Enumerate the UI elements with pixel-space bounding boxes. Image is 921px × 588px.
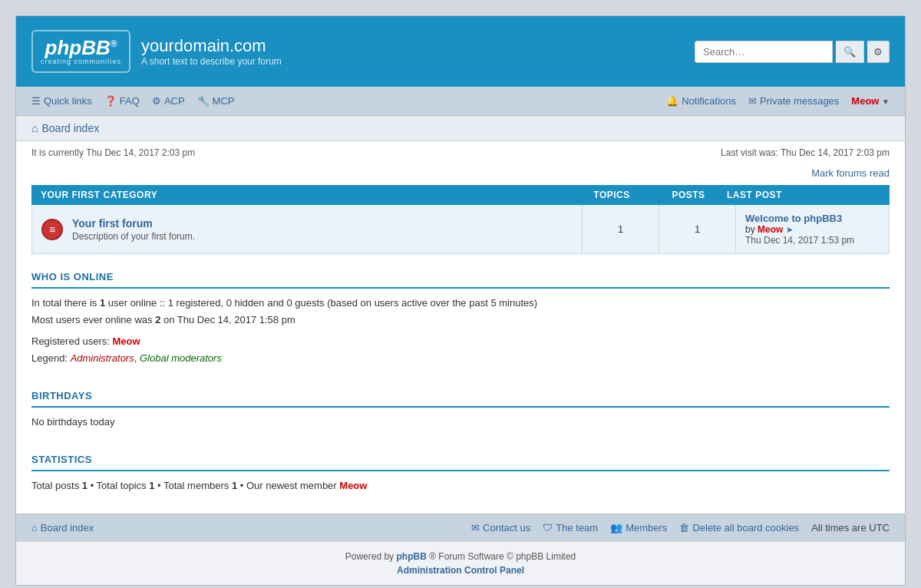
private-messages-link[interactable]: ✉ Private messages bbox=[748, 95, 839, 107]
col-posts: POSTS bbox=[650, 190, 727, 200]
quick-links-label: Quick links bbox=[44, 95, 92, 107]
max-online-suffix: on Thu Dec 14, 2017 1:58 pm bbox=[163, 314, 295, 325]
col-last-post: LAST POST bbox=[727, 190, 880, 200]
members-label: Members bbox=[626, 522, 667, 533]
delete-cookies-label: Delete all board cookies bbox=[692, 522, 799, 533]
acp-label: ACP bbox=[164, 95, 185, 107]
forum-section: YOUR FIRST CATEGORY TOPICS POSTS LAST PO… bbox=[31, 185, 890, 254]
registered-users-line: Registered users: Meow bbox=[31, 333, 890, 350]
forum-row: ≡ Your first forum Description of your f… bbox=[31, 205, 890, 254]
logo-box[interactable]: phpBB® creating communities bbox=[31, 30, 130, 73]
the-team-label: The team bbox=[556, 522, 598, 533]
forum-details: Your first forum Description of your fir… bbox=[72, 217, 195, 242]
home-icon: ⌂ bbox=[31, 122, 38, 134]
the-team-link[interactable]: 🛡 The team bbox=[543, 522, 598, 533]
delete-cookies-link[interactable]: 🗑 Delete all board cookies bbox=[679, 522, 799, 533]
bell-icon: 🔔 bbox=[666, 95, 678, 107]
navbar: ☰ Quick links ❓ FAQ ⚙ ACP 🔧 MCP 🔔 Notifi… bbox=[16, 87, 905, 116]
footer-board-index-label: Board index bbox=[41, 522, 94, 533]
search-input[interactable] bbox=[695, 41, 833, 63]
footer-board-index: ⌂ Board index bbox=[31, 522, 94, 533]
legend-label: Legend: bbox=[31, 352, 68, 364]
site-header: phpBB® creating communities yourdomain.c… bbox=[16, 16, 905, 87]
forum-last-post: Welcome to phpBB3 by Meow ➤ Thu Dec 14, … bbox=[735, 205, 889, 253]
admin-panel-line: Administration Control Panel bbox=[31, 565, 890, 576]
faq-label: FAQ bbox=[120, 95, 140, 107]
registered-label: Registered users: bbox=[31, 335, 110, 347]
site-tagline: A short text to describe your forum bbox=[141, 56, 282, 67]
timezone-label: All times are bbox=[811, 522, 867, 533]
breadcrumb-board-index[interactable]: ⌂ Board index bbox=[31, 122, 890, 134]
timezone-text: All times are UTC bbox=[811, 522, 890, 533]
site-title-area: yourdomain.com A short text to describe … bbox=[141, 36, 282, 67]
members-link[interactable]: 👥 Members bbox=[610, 522, 667, 533]
forum-description: Description of your first forum. bbox=[72, 231, 195, 242]
envelope-icon: ✉ bbox=[748, 95, 757, 107]
mcp-icon: 🔧 bbox=[197, 95, 210, 107]
total-topics-label: Total topics bbox=[97, 480, 147, 491]
birthdays-section: BIRTHDAYS No birthdays today bbox=[31, 385, 890, 437]
breadcrumb-label: Board index bbox=[41, 122, 99, 134]
statistics-section: STATISTICS Total posts 1 • Total topics … bbox=[31, 449, 890, 500]
category-name: YOUR FIRST CATEGORY bbox=[41, 190, 573, 200]
mark-forums-read-link[interactable]: Mark forums read bbox=[811, 167, 890, 179]
private-messages-label: Private messages bbox=[760, 95, 839, 107]
last-post-author-line: by Meow ➤ bbox=[745, 224, 793, 235]
notifications-link[interactable]: 🔔 Notifications bbox=[666, 95, 736, 107]
statistics-content: Total posts 1 • Total topics 1 • Total m… bbox=[31, 471, 890, 500]
faq-link[interactable]: ❓ FAQ bbox=[104, 95, 140, 107]
contact-us-link[interactable]: ✉ Contact us bbox=[471, 522, 530, 533]
logo-text: phpBB® bbox=[45, 38, 117, 58]
logo-area: phpBB® creating communities yourdomain.c… bbox=[31, 30, 282, 73]
online-line2: Most users ever online was 2 on Thu Dec … bbox=[31, 312, 890, 329]
phpbb-link[interactable]: phpBB bbox=[396, 551, 426, 562]
footer-home-icon: ⌂ bbox=[31, 522, 38, 533]
admin-panel-link[interactable]: Administration Control Panel bbox=[397, 565, 524, 576]
category-header: YOUR FIRST CATEGORY TOPICS POSTS LAST PO… bbox=[31, 185, 890, 205]
shield-icon: 🛡 bbox=[543, 522, 553, 533]
last-post-title-link[interactable]: Welcome to phpBB3 bbox=[745, 213, 842, 224]
birthdays-header: BIRTHDAYS bbox=[31, 385, 890, 408]
forum-posts-count: 1 bbox=[659, 205, 735, 253]
search-button[interactable]: 🔍 bbox=[836, 41, 864, 63]
phpbb-rest: ® Forum Software © phpBB Limited bbox=[429, 551, 576, 562]
newest-member-link[interactable]: Meow bbox=[339, 480, 367, 491]
who-is-online-title: WHO IS ONLINE bbox=[31, 271, 114, 282]
notifications-label: Notifications bbox=[682, 95, 736, 107]
total-members-val: 1 bbox=[232, 480, 237, 491]
registered-user-link[interactable]: Meow bbox=[113, 335, 140, 347]
search-advanced-button[interactable]: ⚙ bbox=[867, 41, 890, 63]
footer-nav: ⌂ Board index ✉ Contact us 🛡 The team 👥 … bbox=[16, 514, 905, 541]
by-label: by bbox=[745, 224, 755, 235]
legend-admins: Administrators bbox=[71, 352, 134, 364]
contact-us-label: Contact us bbox=[483, 522, 530, 533]
legend-mods: Global moderators bbox=[140, 352, 222, 364]
total-posts-label: Total posts bbox=[31, 480, 79, 491]
mcp-label: MCP bbox=[213, 95, 235, 107]
last-post-user-link[interactable]: Meow bbox=[758, 224, 783, 235]
mcp-link[interactable]: 🔧 MCP bbox=[197, 95, 235, 107]
legend-line: Legend: Administrators, Global moderator… bbox=[31, 350, 890, 367]
breadcrumb-bar: ⌂ Board index bbox=[16, 116, 905, 141]
user-menu-button[interactable]: Meow ▼ bbox=[851, 95, 890, 107]
forum-title-link[interactable]: Your first forum bbox=[72, 217, 195, 230]
view-post-icon[interactable]: ➤ bbox=[786, 225, 793, 234]
who-is-online-header: WHO IS ONLINE bbox=[31, 266, 890, 289]
faq-icon: ❓ bbox=[104, 95, 117, 107]
footer-board-index-link[interactable]: ⌂ Board index bbox=[31, 522, 94, 533]
total-members-label: Total members bbox=[163, 480, 229, 491]
current-time: It is currently Thu Dec 14, 2017 2:03 pm bbox=[31, 147, 195, 158]
quick-links-button[interactable]: ☰ Quick links bbox=[31, 95, 92, 107]
online-count: 1 bbox=[100, 297, 105, 309]
acp-link[interactable]: ⚙ ACP bbox=[152, 95, 185, 107]
powered-by-text: Powered by bbox=[345, 551, 394, 562]
timezone-value: UTC bbox=[869, 522, 890, 533]
last-post-time: Thu Dec 14, 2017 1:53 pm bbox=[745, 235, 854, 246]
acp-icon: ⚙ bbox=[152, 95, 161, 107]
search-area: 🔍 ⚙ bbox=[695, 41, 890, 63]
last-visit: Last visit was: Thu Dec 14, 2017 2:03 pm bbox=[721, 147, 890, 158]
contact-icon: ✉ bbox=[471, 522, 480, 533]
who-is-online-content: In total there is 1 user online :: 1 reg… bbox=[31, 289, 890, 373]
birthdays-content: No birthdays today bbox=[31, 408, 890, 437]
birthdays-title: BIRTHDAYS bbox=[31, 390, 92, 401]
